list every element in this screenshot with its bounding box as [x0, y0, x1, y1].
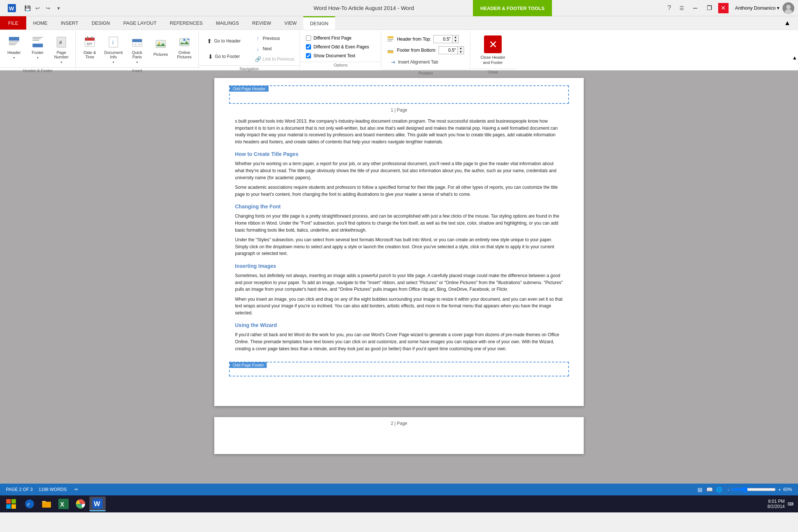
ribbon-options-button[interactable]: ☰: [678, 4, 686, 13]
show-document-text-row[interactable]: Show Document Text: [306, 53, 375, 58]
page-1-footer[interactable]: Odd Page Footer: [229, 362, 569, 376]
help-button[interactable]: ?: [665, 4, 674, 13]
nav-buttons: ↑ Previous ↓ Next 🔗 Link to Previous: [252, 34, 297, 64]
tab-design[interactable]: DESIGN: [85, 16, 117, 30]
footer-from-bottom-down[interactable]: ▼: [458, 50, 464, 54]
how-to-create-title-pages-heading: How to Create Title Pages: [235, 150, 563, 158]
svg-text:i: i: [112, 40, 113, 45]
previous-button[interactable]: ↑ Previous: [252, 34, 297, 43]
print-layout-view[interactable]: ▤: [696, 485, 704, 494]
online-pictures-button[interactable]: ☁ OnlinePictures: [173, 34, 195, 61]
header-from-top-down[interactable]: ▼: [453, 39, 458, 43]
restore-button[interactable]: ❐: [704, 3, 715, 13]
using-the-wizard-heading: Using the Wizard: [235, 321, 563, 329]
status-bar-right: ▤ 📖 🌐 - + 60%: [696, 485, 792, 494]
footer-from-bottom-up[interactable]: ▲: [458, 47, 464, 50]
next-button[interactable]: ↓ Next: [252, 44, 297, 54]
taskbar-right: 8:01 PM 8/2/2014 ⌨: [767, 499, 797, 509]
taskbar: e X W 8:01 PM 8/2/2014 ⌨: [0, 495, 798, 512]
redo-button[interactable]: ↪: [44, 4, 52, 13]
footer-button[interactable]: Footer ▾: [27, 34, 49, 61]
different-odd-even-checkbox[interactable]: [306, 44, 311, 50]
taskbar-explorer[interactable]: [38, 497, 55, 511]
ie-icon: e: [24, 499, 35, 509]
date-time-button[interactable]: D/T Date &Time: [79, 34, 101, 61]
taskbar-chrome[interactable]: [72, 497, 89, 511]
customize-button[interactable]: ▾: [54, 4, 63, 13]
svg-rect-5: [9, 37, 19, 41]
go-to-header-icon: ⬆: [207, 38, 212, 45]
show-document-text-checkbox[interactable]: [306, 53, 311, 58]
svg-rect-31: [388, 36, 393, 38]
page-2: 2 | Page: [214, 417, 584, 454]
save-button[interactable]: 💾: [23, 4, 32, 13]
document-info-button[interactable]: i DocumentInfo ▾: [102, 34, 125, 66]
svg-rect-24: [134, 44, 137, 45]
header-from-top-up[interactable]: ▲: [453, 35, 458, 39]
pictures-button[interactable]: Pictures: [150, 34, 172, 60]
undo-button[interactable]: ↩: [33, 4, 42, 13]
insert-alignment-tab-button[interactable]: ⇥ Insert Alignment Tab: [387, 57, 464, 67]
taskbar-excel[interactable]: X: [55, 497, 72, 511]
ribbon-right-buttons: ▲: [784, 19, 791, 27]
read-mode-view[interactable]: 📖: [706, 485, 714, 494]
svg-rect-34: [388, 50, 393, 51]
svg-rect-40: [11, 504, 16, 509]
tab-review[interactable]: REVIEW: [246, 16, 278, 30]
zoom-in-button[interactable]: +: [778, 487, 781, 492]
svg-rect-39: [6, 504, 11, 509]
svg-text:W: W: [9, 5, 14, 11]
different-odd-even-row[interactable]: Different Odd & Even Pages: [306, 44, 375, 50]
header-from-top-input[interactable]: [434, 35, 452, 43]
tab-design-hf[interactable]: DESIGN: [303, 16, 335, 30]
taskbar-word[interactable]: W: [89, 497, 106, 511]
tab-insert[interactable]: INSERT: [54, 16, 85, 30]
close-header-footer-icon: ✕: [484, 35, 502, 53]
link-to-previous-button[interactable]: 🔗 Link to Previous: [252, 54, 297, 64]
tab-home[interactable]: HOME: [26, 16, 54, 30]
document-info-label: DocumentInfo: [104, 50, 123, 59]
system-tray: ⌨: [788, 502, 794, 507]
close-header-footer-button[interactable]: ✕ Close Headerand Footer: [476, 34, 509, 67]
previous-label: Previous: [263, 36, 280, 41]
tab-references[interactable]: REFERENCES: [163, 16, 209, 30]
changing-the-font-heading: Changing the Font: [235, 203, 563, 211]
zoom-out-button[interactable]: -: [728, 487, 729, 492]
quick-parts-button[interactable]: Quick Parts ▾: [126, 34, 148, 66]
ribbon-scroll-up[interactable]: ▲: [792, 55, 797, 61]
inserting-images-heading: Inserting Images: [235, 262, 563, 270]
ribbon-collapse-button[interactable]: ▲: [784, 19, 791, 27]
tab-mailings[interactable]: MAILINGS: [209, 16, 245, 30]
go-to-header-button[interactable]: ⬆ Go to Header: [202, 34, 246, 48]
svg-rect-10: [33, 38, 41, 39]
zoom-slider-input[interactable]: [732, 487, 776, 492]
svg-text:☁: ☁: [187, 37, 190, 41]
page-1-header[interactable]: Odd Page Header: [229, 85, 569, 104]
web-layout-view[interactable]: 🌐: [715, 485, 723, 494]
user-info: Anthony Domanico ▾: [735, 2, 794, 14]
keyboard-indicator: ⌨: [788, 502, 794, 507]
start-button[interactable]: [1, 497, 21, 511]
group-position: Header from Top: ▲ ▼ Footer from Bottom:: [381, 31, 470, 69]
minimize-button[interactable]: ─: [690, 3, 700, 13]
page-1-number: 1 | Page: [214, 104, 584, 115]
page-number-button[interactable]: # Page Number ▾: [50, 34, 72, 66]
link-icon: 🔗: [255, 56, 261, 62]
tab-view[interactable]: VIEW: [278, 16, 303, 30]
avatar: [782, 2, 794, 14]
header-button[interactable]: Header ▾: [3, 34, 25, 61]
svg-rect-9: [33, 37, 43, 38]
zoom-level: 60%: [783, 487, 792, 492]
different-first-page-row[interactable]: Different First Page: [306, 35, 375, 41]
tab-file[interactable]: FILE: [0, 16, 26, 30]
insert-alignment-tab-label: Insert Alignment Tab: [398, 59, 438, 65]
group-close: ✕ Close Headerand Footer Close: [470, 31, 515, 69]
tab-page-layout[interactable]: PAGE LAYOUT: [117, 16, 163, 30]
different-first-page-checkbox[interactable]: [306, 35, 311, 41]
taskbar-ie[interactable]: e: [21, 497, 38, 511]
footer-from-bottom-input[interactable]: [439, 47, 457, 54]
close-button[interactable]: ✕: [718, 3, 729, 13]
edit-mode-button[interactable]: ✏: [73, 486, 80, 493]
header-from-top-spinner: ▲ ▼: [433, 35, 459, 43]
go-to-footer-button[interactable]: ⬇ Go to Footer: [202, 50, 246, 63]
